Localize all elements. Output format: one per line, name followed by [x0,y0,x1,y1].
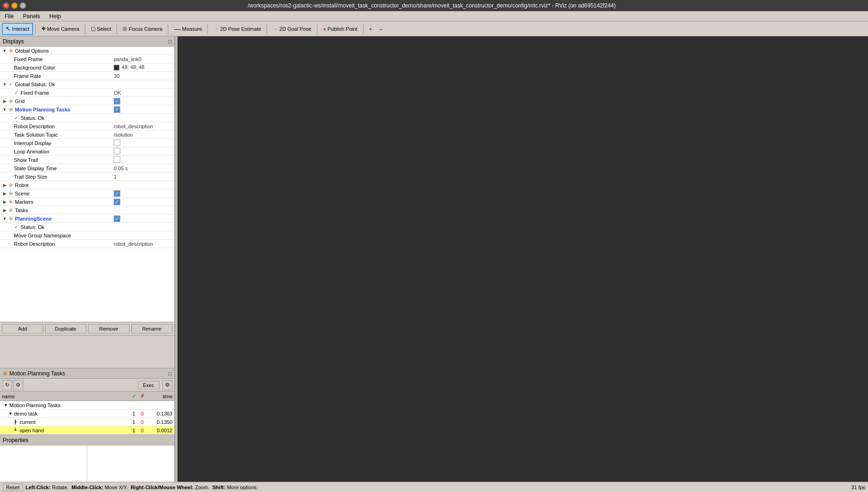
state-display-time-value[interactable]: 0.05 s [114,166,174,171]
fixed-frame-value[interactable]: panda_link0 [114,56,174,62]
toolbar-move-camera[interactable]: ✥ Move Camera [38,23,83,35]
grid-svg: FRANKA [178,36,317,106]
2d-pose-label: 2D Pose Estimate [220,26,261,32]
task-panel-float-icon[interactable]: □ [168,371,172,376]
publish-point-icon: ● [323,26,326,32]
task-header: ⊕ Motion Planning Tasks □ [0,368,174,379]
menu-help[interactable]: Help [47,12,64,21]
task-settings-button[interactable]: ⚙ [13,380,23,390]
root-expander[interactable]: ▼ [4,403,9,408]
tree-ps-status: ✓ Status: Ok [0,223,174,231]
toolbar-minus[interactable]: – [376,23,386,35]
task-row-current[interactable]: ┣ current 1 0 0.1350 [0,418,174,426]
mp-status-icon: ✓ [13,115,20,121]
loop-animation-checkbox[interactable] [114,148,120,154]
task-row-root[interactable]: ▼ Motion Planning Tasks [0,401,174,409]
global-options-expander[interactable]: ▼ [2,48,7,54]
fixed-frame-label: Fixed Frame [13,56,114,62]
displays-float-icon[interactable]: □ [168,39,172,44]
title-bar: ✕ – □ /workspaces/ros2-galactic-ws/insta… [0,0,868,11]
grid-checkbox[interactable]: ✓ [114,98,120,104]
markers-expander[interactable]: ▶ [2,199,7,205]
planning-scene-icon: ⊕ [7,215,14,222]
properties-left [0,445,87,482]
toolbar-2d-pose[interactable]: → 2D Pose Estimate [210,23,264,35]
toolbar-measure[interactable]: — Measure [171,23,205,35]
tree-markers[interactable]: ▶ ⊕ Markers ✓ [0,198,174,206]
tree-planning-scene[interactable]: ▼ ⊕ PlanningScene ✓ [0,215,174,223]
motion-planning-checkbox[interactable]: ✓ [114,106,120,113]
robot-expander[interactable]: ▶ [2,182,7,188]
fps-display: 31 fps [851,485,865,490]
current-check: 1 [130,419,138,425]
focus-camera-icon: ◎ [123,26,127,32]
tree-interrupt-display: Interrupt Display [0,139,174,147]
tree-global-status[interactable]: ▼ ✓ Global Status: Ok [0,80,174,89]
scene-expander[interactable]: ▶ [2,191,7,196]
tree-tasks[interactable]: ▶ ⊕ Tasks [0,206,174,215]
show-trail-label: Show Trail [13,157,114,163]
motion-planning-expander[interactable]: ▼ [2,107,7,112]
minimize-button[interactable]: – [11,2,18,9]
markers-checkbox[interactable]: ✓ [114,199,120,205]
toolbar-publish-point[interactable]: ● Publish Point [320,23,361,35]
task-row-demo[interactable]: ▼ demo task 1 0 0.1363 [0,409,174,418]
task-options-button[interactable]: ⚙ [162,380,172,390]
ps-robot-desc-value[interactable]: robot_description [114,241,174,247]
plus-icon: + [369,26,372,32]
current-label: current [20,419,35,425]
mp-status-expander[interactable] [7,115,13,121]
demo-time: 0.1363 [146,411,174,416]
tree-motion-planning[interactable]: ▼ ⊕ Motion Planning Tasks ✓ [0,105,174,114]
demo-expander[interactable]: ▼ [8,411,14,416]
tree-global-options[interactable]: ▼ ⊕ Global Options [0,47,174,55]
tasks-expander[interactable]: ▶ [2,208,7,213]
planning-scene-checkbox[interactable]: ✓ [114,215,120,222]
add-button[interactable]: Add [2,324,43,333]
toolbar-interact[interactable]: ↖ Interact [2,23,33,35]
reset-button[interactable]: Reset [3,484,23,491]
robot-desc-value[interactable]: robot_description [114,124,174,129]
planning-scene-expander[interactable]: ▼ [2,216,7,222]
title-bar-buttons[interactable]: ✕ – □ [3,2,26,9]
exec-button[interactable]: Exec [138,381,159,389]
open-hand-x: 0 [138,428,146,433]
toolbar-select[interactable]: ▢ Select [88,23,115,35]
task-refresh-button[interactable]: ↻ [2,380,12,390]
current-time: 0.1350 [146,419,174,425]
tree-robot[interactable]: ▶ ⊕ Robot [0,181,174,189]
close-button[interactable]: ✕ [3,2,9,9]
status-bar: Reset Left-Click: Rotate. Middle-Click: … [0,482,868,492]
toolbar-plus[interactable]: + [366,23,375,35]
tree-scene[interactable]: ▶ ⊕ Scene ✓ [0,189,174,198]
toolbar-2d-goal[interactable]: → 2D Goal Pose [269,23,314,35]
tree-grid[interactable]: ▶ ⊕ Grid ✓ [0,97,174,105]
bg-color-value[interactable]: 48; 48; 48 [114,64,174,70]
scene-icon: ⊕ [7,190,14,197]
maximize-button[interactable]: □ [20,2,26,9]
frame-rate-value[interactable]: 30 [114,73,174,79]
2d-goal-icon: → [273,26,278,32]
duplicate-button[interactable]: Duplicate [45,324,87,333]
select-label: Select [97,26,111,32]
global-status-expander[interactable]: ▼ [2,82,7,87]
task-row-open-hand[interactable]: ┗ open hand 1 0 0.0012 [0,426,174,435]
demo-label: demo task [14,411,38,416]
3d-viewport[interactable]: FRANKA [178,36,868,482]
fixed-frame-status-expander[interactable] [7,90,13,96]
rename-button[interactable]: Rename [131,324,173,333]
trail-step-value[interactable]: 1 [114,174,174,180]
properties-title: Properties [3,437,28,443]
measure-label: Measure [182,26,202,32]
task-solution-value[interactable]: /solution [114,132,174,138]
toolbar-focus-camera[interactable]: ◎ Focus Camera [119,23,165,35]
menu-panels[interactable]: Panels [20,12,43,21]
interrupt-display-checkbox[interactable] [114,139,120,146]
ps-status-label: Status: Ok [20,224,114,230]
show-trail-checkbox[interactable] [114,156,120,163]
menu-file[interactable]: File [2,12,16,21]
scene-checkbox[interactable]: ✓ [114,190,120,197]
remove-button[interactable]: Remove [88,324,130,333]
displays-content[interactable]: ▼ ⊕ Global Options Fixed Frame panda_li [0,47,174,322]
grid-expander[interactable]: ▶ [2,98,7,104]
